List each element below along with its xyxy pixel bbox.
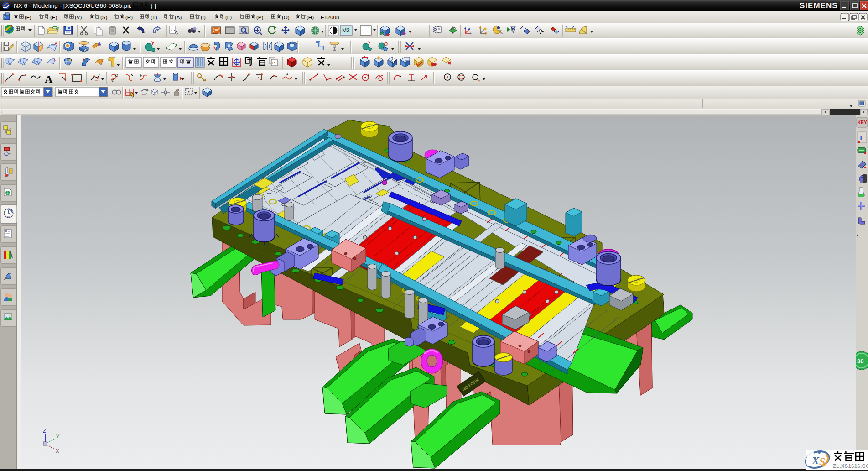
svg-text:ET2008: ET2008 <box>321 15 339 20</box>
svg-text:KEY: KEY <box>858 120 867 125</box>
svg-text:(R): (R) <box>125 15 133 20</box>
svg-text:(S): (S) <box>100 15 108 20</box>
svg-text:(V): (V) <box>75 15 82 20</box>
svg-text:(F): (F) <box>25 15 31 20</box>
svg-text:(E): (E) <box>50 15 57 20</box>
svg-text:(P): (P) <box>256 15 264 20</box>
svg-text:Z: Z <box>43 428 46 434</box>
svg-text:P: P <box>272 61 275 65</box>
svg-text:(I): (I) <box>201 15 206 20</box>
svg-text:36: 36 <box>857 358 863 365</box>
svg-text:) ]: ) ] <box>151 2 156 9</box>
svg-text:(H): (H) <box>307 15 314 20</box>
svg-text:(: ( <box>129 2 131 9</box>
svg-text:A: A <box>45 73 53 85</box>
svg-text:(T): (T) <box>151 15 157 20</box>
svg-text:(A): (A) <box>175 15 182 20</box>
svg-text:NX 6 - Modeling - [XSQCJGUG60-: NX 6 - Modeling - [XSQCJGUG60-0085.prt <box>14 2 131 9</box>
svg-text:M3: M3 <box>342 27 350 34</box>
svg-text:(O): (O) <box>282 15 290 20</box>
svg-text:Y: Y <box>56 434 60 439</box>
svg-text:SIEMENS: SIEMENS <box>800 1 838 10</box>
svg-text:X: X <box>56 448 59 454</box>
svg-text:(L): (L) <box>225 15 232 20</box>
svg-text:T: T <box>859 134 863 141</box>
